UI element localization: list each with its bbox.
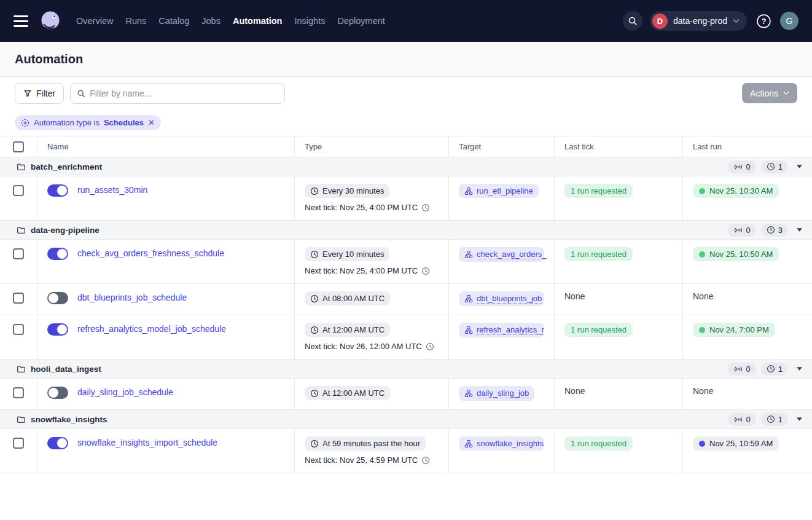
schedule-name-link[interactable]: snowflake_insights_import_schedule: [77, 437, 217, 447]
collapse-caret-icon[interactable]: [797, 228, 802, 232]
deployment-switcher[interactable]: D data-eng-prod: [650, 11, 747, 31]
schedule-count-badge: 1: [761, 413, 788, 426]
active-filters-row: Automation type is Schedules ✕: [0, 109, 812, 136]
row-checkbox[interactable]: [13, 248, 24, 259]
target-link[interactable]: daily_sling_job: [459, 386, 534, 401]
schedule-type-pill: At 59 minutes past the hour: [305, 436, 426, 451]
filter-button[interactable]: Filter: [15, 83, 64, 104]
nav-item-insights[interactable]: Insights: [294, 16, 325, 26]
last-run-badge[interactable]: Nov 25, 10:59 AM: [693, 436, 779, 451]
user-avatar[interactable]: G: [780, 12, 798, 30]
help-button[interactable]: ?: [754, 12, 773, 30]
schedule-toggle[interactable]: [47, 292, 68, 304]
next-tick-text: Next tick: Nov 25, 4:59 PM UTC: [305, 455, 418, 465]
target-link[interactable]: dbt_blueprints_job: [459, 291, 544, 306]
sensor-count-badge: 0: [728, 413, 756, 426]
next-tick: Next tick: Nov 26, 12:00 AM UTC: [305, 342, 439, 351]
automation-table-body: batch_enrichment01run_assets_30minEvery …: [0, 157, 812, 473]
schedule-count-badge: 1: [761, 160, 788, 173]
target-link[interactable]: check_avg_orders_: [459, 247, 544, 262]
row-checkbox[interactable]: [13, 324, 24, 335]
last-run-badge[interactable]: Nov 24, 7:00 PM: [693, 323, 775, 337]
last-run-text: Nov 25, 10:30 AM: [709, 186, 773, 195]
sensor-count: 0: [746, 415, 751, 424]
nav-item-runs[interactable]: Runs: [125, 16, 146, 26]
actions-button[interactable]: Actions: [742, 83, 797, 103]
schedule-toggle[interactable]: [47, 387, 68, 399]
clock-icon: [767, 364, 775, 373]
target-link[interactable]: snowflake_insights: [459, 436, 544, 451]
last-tick-text: 1 run requested: [571, 325, 627, 334]
search-button[interactable]: [623, 11, 642, 31]
last-tick-status-badge[interactable]: 1 run requested: [564, 247, 633, 261]
clock-icon: [310, 326, 319, 334]
menu-icon[interactable]: [14, 15, 28, 27]
group-header-row[interactable]: batch_enrichment01: [0, 157, 812, 176]
schedule-count-badge: 3: [761, 224, 788, 237]
row-checkbox[interactable]: [13, 185, 24, 196]
collapse-caret-icon[interactable]: [797, 165, 802, 168]
schedule-name-link[interactable]: daily_sling_job_schedule: [77, 387, 173, 397]
last-tick-status-badge[interactable]: 1 run requested: [564, 184, 633, 198]
funnel-icon: [23, 89, 32, 98]
target-cell: refresh_analytics_r: [449, 315, 555, 359]
sensor-count-badge: 0: [728, 160, 756, 173]
schedule-type-pill: Every 10 minutes: [305, 247, 389, 261]
automation-type-filter-chip[interactable]: Automation type is Schedules ✕: [15, 115, 161, 130]
last-run-text: Nov 24, 7:00 PM: [709, 325, 769, 334]
deployment-initial-badge: D: [652, 14, 668, 29]
dagster-logo-icon[interactable]: [38, 9, 63, 33]
nav-item-deployment[interactable]: Deployment: [337, 16, 385, 26]
row-checkbox[interactable]: [13, 438, 24, 449]
type-cell: Every 10 minutesNext tick: Nov 25, 4:00 …: [295, 240, 449, 283]
schedule-name-link[interactable]: refresh_analytics_model_job_schedule: [77, 323, 226, 334]
next-tick: Next tick: Nov 25, 4:59 PM UTC: [305, 455, 439, 465]
last-tick-none: None: [564, 386, 585, 396]
schedule-toggle[interactable]: [47, 184, 68, 197]
target-link[interactable]: refresh_analytics_r: [459, 323, 544, 337]
deployment-name: data-eng-prod: [673, 16, 727, 26]
name-cell: check_avg_orders_freshness_schdule: [37, 240, 295, 283]
last-tick-text: 1 run requested: [571, 250, 627, 259]
schedule-name-link[interactable]: run_assets_30min: [77, 184, 147, 195]
last-tick-cell: None: [555, 284, 683, 315]
schedule-toggle[interactable]: [47, 437, 68, 449]
schedule-type-pill: At 12:00 AM UTC: [305, 386, 390, 400]
page-header: Automation: [0, 42, 812, 77]
select-all-checkbox[interactable]: [13, 141, 24, 152]
collapse-caret-icon[interactable]: [797, 417, 802, 421]
last-run-badge[interactable]: Nov 25, 10:50 AM: [693, 247, 779, 261]
schedule-name-link[interactable]: check_avg_orders_freshness_schdule: [77, 248, 224, 258]
chip-close-icon[interactable]: ✕: [148, 118, 155, 127]
name-filter-input[interactable]: [90, 89, 278, 98]
column-header-target: Target: [449, 136, 555, 157]
collapse-caret-icon[interactable]: [797, 367, 802, 371]
last-run-badge[interactable]: Nov 25, 10:30 AM: [693, 184, 779, 198]
schedule-count: 1: [778, 162, 783, 171]
group-header-row[interactable]: data-eng-pipeline03: [0, 221, 812, 240]
column-header-name: Name: [37, 136, 295, 157]
nav-item-overview[interactable]: Overview: [76, 16, 113, 26]
schedule-toggle[interactable]: [47, 248, 68, 260]
last-tick-status-badge[interactable]: 1 run requested: [564, 436, 633, 451]
row-checkbox[interactable]: [13, 293, 24, 304]
filter-type-icon: [21, 119, 29, 127]
group-header-row[interactable]: snowflake_insights01: [0, 410, 812, 429]
schedule-toggle[interactable]: [47, 323, 68, 336]
clock-icon: [767, 162, 775, 171]
type-cell: At 12:00 AM UTC: [295, 379, 449, 409]
target-link[interactable]: run_etl_pipeline: [459, 184, 539, 198]
nav-item-jobs[interactable]: Jobs: [201, 16, 221, 26]
group-header-row[interactable]: hooli_data_ingest01: [0, 360, 812, 379]
schedule-type-label: At 08:00 AM UTC: [322, 294, 385, 303]
row-checkbox[interactable]: [13, 387, 24, 398]
help-icon: ?: [755, 13, 772, 30]
column-header-last-tick: Last tick: [555, 136, 683, 157]
nav-item-catalog[interactable]: Catalog: [158, 16, 189, 26]
row-checkbox-cell: [0, 315, 37, 359]
last-tick-status-badge[interactable]: 1 run requested: [564, 323, 633, 337]
last-run-cell: None: [683, 379, 812, 409]
nav-item-automation[interactable]: Automation: [233, 16, 283, 26]
schedule-type-label: At 12:00 AM UTC: [322, 388, 385, 398]
schedule-name-link[interactable]: dbt_blueprints_job_schedule: [77, 292, 187, 302]
